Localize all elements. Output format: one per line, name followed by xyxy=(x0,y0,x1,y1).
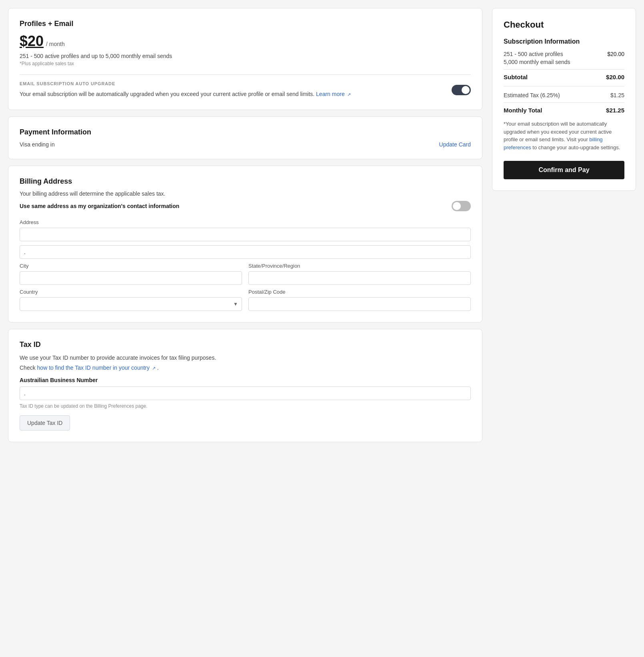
tax-id-field-label: Austrailian Business Number xyxy=(20,377,471,383)
profiles-email-card: Profiles + Email $20 / month 251 - 500 a… xyxy=(8,8,482,110)
tax-id-desc-1: We use your Tax ID number to provide acc… xyxy=(20,354,471,362)
same-address-toggle[interactable] xyxy=(452,201,471,211)
auto-upgrade-toggle[interactable] xyxy=(452,85,471,95)
price-description: 251 - 500 active profiles and up to 5,00… xyxy=(20,53,471,59)
tax-id-how-to-link[interactable]: how to find the Tax ID number in your co… xyxy=(37,365,157,371)
tax-label: Estimated Tax (6.25%) xyxy=(504,92,560,98)
learn-more-link[interactable]: Learn more ↗ xyxy=(316,91,350,97)
checkout-divider xyxy=(504,86,624,86)
profiles-title: Profiles + Email xyxy=(20,20,471,28)
checkout-subtotal: Subtotal $20.00 xyxy=(504,69,624,80)
checkout-line1-amount: $20.00 xyxy=(607,51,624,57)
auto-upgrade-description: Your email subscription will be automati… xyxy=(20,90,351,98)
city-input[interactable] xyxy=(20,271,242,285)
visa-label: Visa ending in xyxy=(20,141,55,148)
confirm-and-pay-button[interactable]: Confirm and Pay xyxy=(504,161,624,179)
divider xyxy=(20,74,471,75)
checkout-line-1: 251 - 500 active profiles $20.00 xyxy=(504,51,624,57)
subscription-info-title: Subscription Information xyxy=(504,38,624,45)
tax-id-input[interactable] xyxy=(20,387,471,400)
checkout-line2-label: 5,000 monthly email sends xyxy=(504,59,624,65)
update-tax-id-button[interactable]: Update Tax ID xyxy=(20,415,70,431)
state-field-group: State/Province/Region xyxy=(248,263,471,285)
external-link-icon: ↗ xyxy=(347,91,351,98)
checkout-line1-label: 251 - 500 active profiles xyxy=(504,51,607,57)
address-line2-group xyxy=(20,245,471,259)
postal-input[interactable] xyxy=(248,297,471,311)
payment-row: Visa ending in Update Card xyxy=(20,141,471,148)
tax-id-note: Tax ID type can be updated on the Billin… xyxy=(20,403,471,409)
country-select[interactable] xyxy=(20,297,242,311)
subtotal-label: Subtotal xyxy=(504,74,528,80)
address-input-1[interactable] xyxy=(20,228,471,241)
update-card-link[interactable]: Update Card xyxy=(439,141,471,148)
address-input-2[interactable] xyxy=(20,245,471,259)
same-address-toggle-thumb xyxy=(453,202,461,210)
tax-id-title: Tax ID xyxy=(20,341,471,349)
tax-id-external-link-icon: ↗ xyxy=(152,365,156,372)
checkout-title: Checkout xyxy=(504,20,624,30)
same-address-toggle-track[interactable] xyxy=(452,201,471,211)
checkout-line-2: 5,000 monthly email sends xyxy=(504,59,624,65)
right-column: Checkout Subscription Information 251 - … xyxy=(492,8,636,191)
price-note: *Plus applicable sales tax xyxy=(20,61,471,66)
city-state-row: City State/Province/Region xyxy=(20,263,471,285)
tax-id-card: Tax ID We use your Tax ID number to prov… xyxy=(8,329,482,442)
address-fields: Address City State/Province/Region xyxy=(20,219,471,311)
country-postal-row: Country ▼ Postal/Zip Code xyxy=(20,289,471,311)
payment-title: Payment Information xyxy=(20,128,471,136)
toggle-thumb xyxy=(462,86,470,94)
subtotal-amount: $20.00 xyxy=(606,74,624,80)
country-label: Country xyxy=(20,289,242,295)
tax-amount: $1.25 xyxy=(610,92,624,98)
postal-field-group: Postal/Zip Code xyxy=(248,289,471,311)
price-amount: $20 xyxy=(20,33,44,50)
same-address-row: Use same address as my organization's co… xyxy=(20,201,471,211)
same-address-label: Use same address as my organization's co… xyxy=(20,203,179,209)
price-period: / month xyxy=(46,41,65,47)
city-field-group: City xyxy=(20,263,242,285)
address-label: Address xyxy=(20,219,471,225)
address-field-group: Address xyxy=(20,219,471,241)
auto-upgrade-label: EMAIL SUBSCRIPTION AUTO UPGRADE xyxy=(20,81,351,86)
billing-desc: Your billing address will determine the … xyxy=(20,190,471,197)
checkout-note: *Your email subscription will be automat… xyxy=(504,120,624,151)
total-amount: $21.25 xyxy=(606,107,624,114)
country-select-wrapper: ▼ xyxy=(20,297,242,311)
state-input[interactable] xyxy=(248,271,471,285)
checkout-tax-line: Estimated Tax (6.25%) $1.25 xyxy=(504,92,624,98)
payment-card: Payment Information Visa ending in Updat… xyxy=(8,116,482,159)
total-label: Monthly Total xyxy=(504,107,542,114)
left-column: Profiles + Email $20 / month 251 - 500 a… xyxy=(8,8,482,442)
postal-label: Postal/Zip Code xyxy=(248,289,471,295)
checkout-total: Monthly Total $21.25 xyxy=(504,102,624,114)
billing-address-card: Billing Address Your billing address wil… xyxy=(8,166,482,322)
tax-id-desc-2: Check how to find the Tax ID number in y… xyxy=(20,364,471,372)
toggle-track[interactable] xyxy=(452,85,471,95)
checkout-card: Checkout Subscription Information 251 - … xyxy=(492,8,636,191)
country-field-group: Country ▼ xyxy=(20,289,242,311)
state-label: State/Province/Region xyxy=(248,263,471,269)
city-label: City xyxy=(20,263,242,269)
billing-title: Billing Address xyxy=(20,177,471,186)
